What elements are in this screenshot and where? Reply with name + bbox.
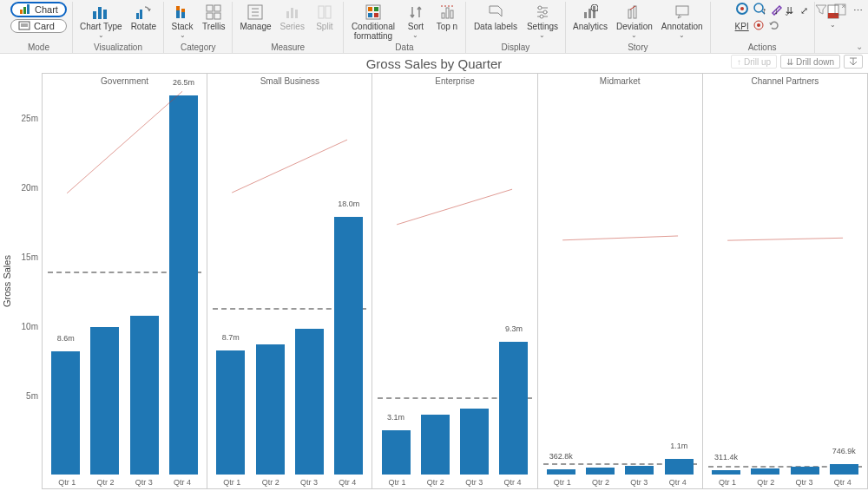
group-story-label: Story [628,41,648,53]
y-axis: 5m10m15m20m25m [14,73,42,489]
panel-title: Enterprise [372,74,536,88]
bar-rect [830,464,858,475]
sort-button[interactable]: Sort ⌄ [403,2,429,41]
more-options-icon[interactable]: ⋯ [853,5,863,16]
data-labels-button[interactable]: Data labels [471,2,520,41]
bar[interactable] [621,88,657,475]
bar[interactable]: 8.6m [48,88,83,475]
bar[interactable]: 362.8k [543,88,579,475]
bar[interactable]: 18.0m [331,88,366,475]
chart-type-button[interactable]: Chart Type ⌄ [78,2,124,41]
chevron-down-icon: ⌄ [539,31,545,39]
bar-label: 362.8k [549,452,573,461]
ribbon: Chart Card Mode Chart Type ⌄ Rotate Visu… [0,0,868,54]
bar[interactable] [582,88,618,475]
x-tick: Qtr 1 [554,478,571,487]
annotation-button[interactable]: Annotation ⌄ [660,2,705,41]
reset-icon[interactable] [768,19,780,33]
manage-button[interactable]: Manage [238,2,273,41]
svg-rect-0 [20,10,23,14]
bar-rect [665,459,694,475]
svg-rect-2 [27,4,30,14]
bar[interactable] [747,88,783,475]
svg-rect-9 [136,13,139,19]
bar[interactable]: 3.1m [378,88,413,475]
svg-rect-44 [584,12,587,18]
panel-title: Midmarket [538,74,702,88]
drill-up-button[interactable]: ↑ Drill up [731,55,777,69]
bars: 8.7m18.0m [213,88,366,475]
topn-button[interactable]: Top n [434,2,460,41]
svg-rect-13 [176,6,180,10]
x-tick: Qtr 2 [262,478,279,487]
svg-rect-8 [103,10,107,19]
kpi-button[interactable]: KPI [735,22,749,31]
bar-rect [791,467,819,475]
trellis-panel: Government8.6m26.5mQtr 1Qtr 2Qtr 3Qtr 4 [43,74,207,488]
sort-icon [409,4,423,20]
chart-type-icon [91,4,110,20]
bar[interactable]: 8.7m [213,88,248,475]
svg-rect-45 [589,9,591,18]
group-cat-label: Category [181,41,216,53]
mode-card-button[interactable]: Card [10,19,67,33]
cond-format-button[interactable]: Conditional formatting [349,2,398,41]
bar[interactable]: 746.9k [826,88,862,475]
bar[interactable]: 311.4k [708,88,744,475]
topn-icon [440,4,454,20]
trellis-panel: Small Business8.7m18.0mQtr 1Qtr 2Qtr 3Qt… [207,74,372,488]
settings-icon [535,4,550,20]
deviation-button[interactable]: Deviation ⌄ [615,2,654,41]
rotate-button[interactable]: Rotate [129,2,158,41]
bar[interactable]: 9.3m [496,88,531,475]
ribbon-collapse-icon[interactable]: ⌄ [856,42,863,51]
settings-button[interactable]: Settings ⌄ [525,2,560,41]
bar[interactable]: 26.5m [166,88,201,475]
filter-icon[interactable] [815,3,827,17]
bar[interactable] [87,88,122,475]
bar[interactable] [253,88,288,475]
bar[interactable] [418,88,453,475]
focus-mode-icon[interactable] [834,3,846,17]
analytics-button[interactable]: Analytics [571,2,609,41]
mode-chart-button[interactable]: Chart [10,2,67,17]
bar[interactable] [127,88,162,475]
stack-button[interactable]: Stack ⌄ [169,2,195,41]
svg-rect-46 [593,6,595,18]
group-mode: Chart Card Mode [5,2,73,53]
bar-label: 8.7m [222,333,240,342]
x-tick: Qtr 4 [834,478,852,487]
y-tick: 5m [26,391,38,401]
panel-title: Channel Partners [703,74,867,88]
y-tick: 25m [22,114,38,123]
bar-rect [751,468,779,475]
double-arrow-down-icon[interactable]: ⇊ [786,5,793,16]
x-tick: Qtr 3 [630,478,648,487]
y-tick: 10m [22,322,38,331]
rotate-label: Rotate [131,22,156,31]
panel-title: Small Business [207,74,372,88]
svg-rect-32 [368,13,372,17]
rotate-icon [135,4,152,20]
bar-rect [130,316,159,475]
bar[interactable]: 1.1m [661,88,697,475]
x-tick: Qtr 3 [465,478,483,487]
theme-icon[interactable] [735,2,749,17]
svg-rect-34 [442,13,444,18]
expand-arrow-icon[interactable]: ⤢ [800,5,808,16]
bar-rect [625,466,654,475]
bar[interactable] [457,88,492,475]
drill-down-button[interactable]: ⇊ Drill down [780,55,840,69]
drill-expand-button[interactable] [844,55,863,69]
data-labels-icon [488,4,503,20]
arrow-down-icon[interactable]: ↓ [774,5,779,16]
arrow-up-icon[interactable]: ↑ [762,5,767,16]
chevron-down-icon: ⌄ [830,21,836,29]
bar[interactable] [786,88,822,475]
bar[interactable] [292,88,327,475]
trellis-icon [206,4,221,20]
x-tick: Qtr 1 [389,478,406,487]
x-axis: Qtr 1Qtr 2Qtr 3Qtr 4 [372,475,536,488]
trellis-button[interactable]: Trellis [201,2,227,41]
target-icon[interactable] [753,19,765,33]
